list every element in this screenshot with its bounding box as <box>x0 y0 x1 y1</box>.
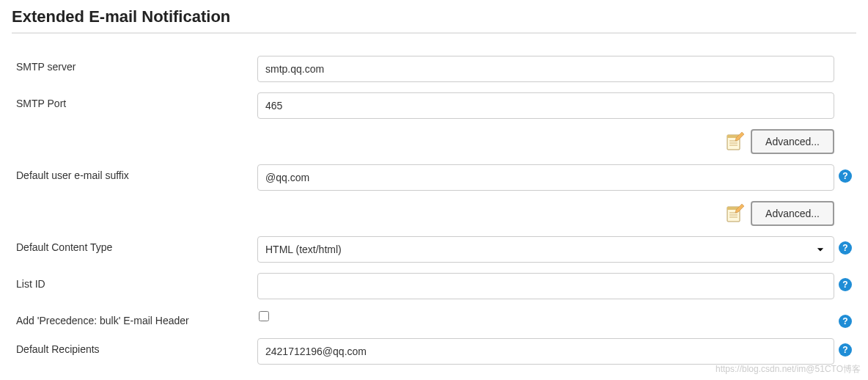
help-icon[interactable]: ? <box>839 343 852 357</box>
help-icon[interactable]: ? <box>839 241 852 255</box>
label-content-type: Default Content Type <box>12 236 257 253</box>
advanced-row-2: Advanced... <box>12 201 856 226</box>
input-smtp-port[interactable] <box>257 92 834 119</box>
row-email-suffix: Default user e-mail suffix ? <box>12 164 856 191</box>
row-recipients: Default Recipients ? <box>12 338 856 365</box>
notepad-icon <box>724 131 745 152</box>
checkbox-precedence[interactable] <box>259 311 269 321</box>
row-precedence: Add 'Precedence: bulk' E-mail Header ? <box>12 310 856 328</box>
label-list-id: List ID <box>12 273 257 290</box>
row-smtp-port: SMTP Port <box>12 92 856 119</box>
help-icon[interactable]: ? <box>839 315 852 328</box>
watermark: https://blog.csdn.net/im@51CTO博客 <box>716 363 861 375</box>
row-content-type: Default Content Type HTML (text/html) ? <box>12 236 856 263</box>
label-precedence: Add 'Precedence: bulk' E-mail Header <box>12 310 257 326</box>
help-icon[interactable]: ? <box>839 278 852 291</box>
label-email-suffix: Default user e-mail suffix <box>12 164 257 181</box>
advanced-row-1: Advanced... <box>12 129 856 154</box>
input-email-suffix[interactable] <box>257 164 834 191</box>
row-list-id: List ID ? <box>12 273 856 299</box>
input-recipients[interactable] <box>257 338 834 365</box>
section-title: Extended E-mail Notification <box>12 7 856 34</box>
advanced-button-1[interactable]: Advanced... <box>751 129 834 154</box>
row-smtp-server: SMTP server <box>12 56 856 82</box>
select-content-type[interactable]: HTML (text/html) <box>257 236 834 263</box>
advanced-button-2[interactable]: Advanced... <box>751 201 834 226</box>
label-recipients: Default Recipients <box>12 338 257 355</box>
input-smtp-server[interactable] <box>257 56 834 82</box>
label-smtp-server: SMTP server <box>12 56 257 73</box>
input-list-id[interactable] <box>257 273 834 299</box>
label-smtp-port: SMTP Port <box>12 92 257 109</box>
notepad-icon <box>724 203 745 224</box>
help-icon[interactable]: ? <box>839 169 852 183</box>
